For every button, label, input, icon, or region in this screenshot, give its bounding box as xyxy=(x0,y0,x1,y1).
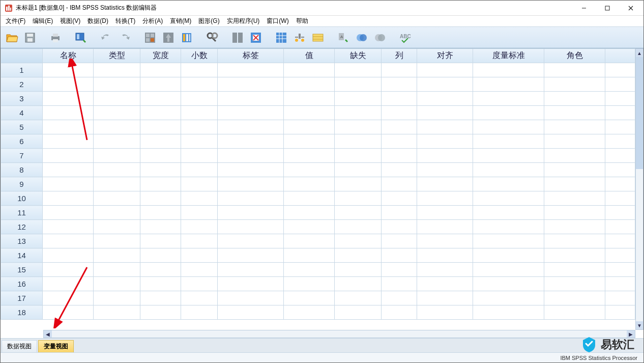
cell[interactable] xyxy=(335,134,382,149)
cell[interactable] xyxy=(181,263,218,277)
cell[interactable] xyxy=(417,134,473,149)
cell[interactable] xyxy=(335,163,382,177)
row-number[interactable]: 13 xyxy=(1,234,43,248)
scroll-left-icon[interactable]: ◀ xyxy=(44,330,52,338)
cell[interactable] xyxy=(544,263,605,277)
horizontal-scrollbar[interactable]: ◀ ▶ xyxy=(43,330,635,338)
cell[interactable] xyxy=(181,134,218,149)
cell[interactable] xyxy=(94,120,140,134)
cell[interactable] xyxy=(382,220,417,234)
cell[interactable] xyxy=(544,234,605,248)
col-value[interactable]: 值 xyxy=(284,49,335,63)
cell[interactable] xyxy=(181,206,218,220)
cell[interactable] xyxy=(544,191,605,206)
cell[interactable] xyxy=(43,120,94,134)
cell[interactable] xyxy=(544,92,605,106)
cell[interactable] xyxy=(335,277,382,291)
cell[interactable] xyxy=(181,305,218,320)
cell[interactable] xyxy=(94,206,140,220)
cell[interactable] xyxy=(382,77,417,92)
cell[interactable] xyxy=(473,92,544,106)
cell[interactable] xyxy=(605,191,635,206)
tab-data-view[interactable]: 数据视图 xyxy=(2,340,37,352)
cell[interactable] xyxy=(417,63,473,77)
menu-edit[interactable]: 编辑(E) xyxy=(30,16,56,26)
col-role[interactable]: 角色 xyxy=(544,49,605,63)
cell[interactable] xyxy=(218,263,284,277)
cell[interactable] xyxy=(335,305,382,320)
cell[interactable] xyxy=(473,63,544,77)
cell[interactable] xyxy=(94,163,140,177)
menu-view[interactable]: 视图(V) xyxy=(57,16,83,26)
cell[interactable] xyxy=(284,263,335,277)
cell[interactable] xyxy=(417,305,473,320)
cell[interactable] xyxy=(181,220,218,234)
close-button[interactable] xyxy=(619,1,642,15)
cell[interactable] xyxy=(417,177,473,191)
cell[interactable] xyxy=(218,120,284,134)
cell[interactable] xyxy=(140,263,181,277)
cell[interactable] xyxy=(417,263,473,277)
variables-button[interactable] xyxy=(179,30,195,46)
cell[interactable] xyxy=(382,63,417,77)
cell[interactable] xyxy=(473,134,544,149)
table-row[interactable]: 7 xyxy=(1,149,635,163)
show-all-button[interactable]: A xyxy=(335,30,352,46)
table-row[interactable]: 4 xyxy=(1,106,635,120)
cell[interactable] xyxy=(140,305,181,320)
value-labels-button[interactable] xyxy=(291,30,308,46)
table-row[interactable]: 18 xyxy=(1,305,635,320)
cell[interactable] xyxy=(382,277,417,291)
cell[interactable] xyxy=(544,149,605,163)
table-row[interactable]: 11 xyxy=(1,206,635,220)
cell[interactable] xyxy=(284,77,335,92)
cell[interactable] xyxy=(382,149,417,163)
corner-cell[interactable] xyxy=(1,49,43,63)
cell[interactable] xyxy=(473,206,544,220)
cell[interactable] xyxy=(473,277,544,291)
cell[interactable] xyxy=(605,220,635,234)
cell[interactable] xyxy=(140,163,181,177)
cell[interactable] xyxy=(218,234,284,248)
print-button[interactable] xyxy=(47,30,64,46)
cell[interactable] xyxy=(473,77,544,92)
cell[interactable] xyxy=(94,191,140,206)
cell[interactable] xyxy=(335,206,382,220)
col-measure[interactable]: 度量标准 xyxy=(473,49,544,63)
cell[interactable] xyxy=(140,220,181,234)
row-number[interactable]: 1 xyxy=(1,63,43,77)
use-sets-button[interactable] xyxy=(310,30,326,46)
table-row[interactable]: 1 xyxy=(1,63,635,77)
cell[interactable] xyxy=(382,106,417,120)
cell[interactable] xyxy=(605,163,635,177)
cell[interactable] xyxy=(181,77,218,92)
row-number[interactable]: 8 xyxy=(1,163,43,177)
col-width[interactable]: 宽度 xyxy=(140,49,181,63)
col-type[interactable]: 类型 xyxy=(94,49,140,63)
table-row[interactable]: 13 xyxy=(1,234,635,248)
cell[interactable] xyxy=(417,248,473,263)
recall-dialog-button[interactable] xyxy=(73,30,89,46)
cell[interactable] xyxy=(335,291,382,305)
cell[interactable] xyxy=(43,92,94,106)
cell[interactable] xyxy=(218,305,284,320)
cell[interactable] xyxy=(473,149,544,163)
cell[interactable] xyxy=(335,263,382,277)
variable-grid[interactable]: 名称 类型 宽度 小数 标签 值 缺失 列 对齐 度量标准 角色 123456 xyxy=(1,48,635,320)
cell[interactable] xyxy=(43,134,94,149)
cell[interactable] xyxy=(335,106,382,120)
cell[interactable] xyxy=(284,177,335,191)
cell[interactable] xyxy=(181,291,218,305)
sets-a-button[interactable] xyxy=(354,30,370,46)
cell[interactable] xyxy=(417,220,473,234)
cell[interactable] xyxy=(94,305,140,320)
cell[interactable] xyxy=(605,149,635,163)
menu-direct[interactable]: 直销(M) xyxy=(167,16,194,26)
cell[interactable] xyxy=(417,77,473,92)
cell[interactable] xyxy=(544,134,605,149)
menu-graph[interactable]: 图形(G) xyxy=(195,16,222,26)
cell[interactable] xyxy=(218,277,284,291)
tab-variable-view[interactable]: 变量视图 xyxy=(38,340,74,352)
cell[interactable] xyxy=(218,291,284,305)
cell[interactable] xyxy=(544,277,605,291)
